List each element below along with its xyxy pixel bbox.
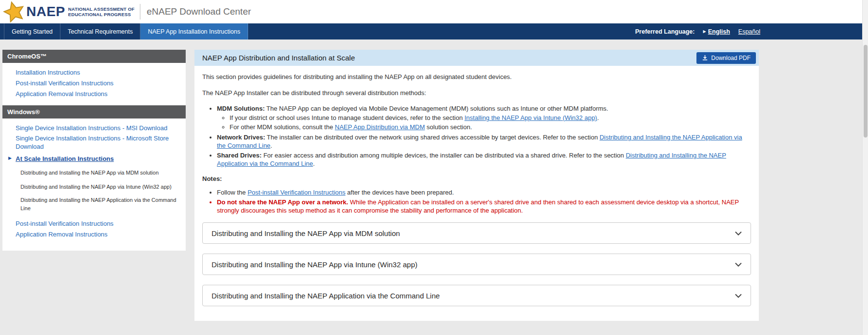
sidebar-item-windows-command-line[interactable]: Distributing and Installing the NAEP App… xyxy=(20,196,179,213)
scrollbar[interactable] xyxy=(862,0,868,335)
accordion-label: Distributing and Installing the NAEP App… xyxy=(212,229,400,237)
top-header: NAEP NATIONAL ASSESSMENT OF EDUCATIONAL … xyxy=(0,0,868,23)
note-text: after the devices have been prepared. xyxy=(346,189,454,196)
app-title: eNAEP Download Center xyxy=(147,6,251,17)
note-text: Follow the xyxy=(217,189,248,196)
list-item-network-drives: Network Drives: The installer can be dis… xyxy=(217,133,751,150)
accordion-command-line[interactable]: Distributing and Installing the NAEP App… xyxy=(202,285,751,306)
sidebar-subitem: Distributing and Installing the NAEP App… xyxy=(20,182,179,191)
sidebar-subitem: Distributing and Installing the NAEP App… xyxy=(20,196,179,213)
sub-text: solution section. xyxy=(425,123,472,131)
list-item-note-verification: Follow the Post-install Verification Ins… xyxy=(217,188,751,197)
chevron-down-icon xyxy=(735,231,742,236)
sidebar-item: Single Device Installation Instructions … xyxy=(16,134,179,151)
main-nav: Getting Started Technical Requirements N… xyxy=(0,23,868,39)
link-post-install-verification[interactable]: Post-install Verification Instructions xyxy=(248,189,346,196)
sub-text: For other MDM solutions, consult the xyxy=(230,123,335,131)
sidebar-item: Post-install Verification Instructions xyxy=(16,219,179,228)
logo-line-2: EDUCATIONAL PROGRESS xyxy=(68,12,135,17)
list-item: If your district or school uses Intune t… xyxy=(230,114,751,122)
sidebar-item-windows-microsoft-store-download[interactable]: Single Device Installation Instructions … xyxy=(16,134,179,151)
sidebar-item: Installation Instructions xyxy=(16,68,179,77)
intro-paragraph-2: The NAEP App Installer can be distribute… xyxy=(202,89,751,98)
sidebar-section-windows: Windows® xyxy=(2,105,186,118)
sidebar-item-windows-mdm-solution[interactable]: Distributing and Installing the NAEP App… xyxy=(20,169,159,177)
accordion-intune-win32[interactable]: Distributing and Installing the NAEP App… xyxy=(202,254,751,275)
sidebar: ChromeOS™ Installation Instructions Post… xyxy=(2,50,186,251)
method-text: For easier access and distribution among… xyxy=(262,152,626,159)
download-pdf-label: Download PDF xyxy=(711,55,751,61)
sidebar-item: Application Removal Instructions xyxy=(16,89,179,98)
logo-line-1: NATIONAL ASSESSMENT OF xyxy=(68,6,135,12)
scrollbar-thumb[interactable] xyxy=(864,45,868,138)
logo-text: NATIONAL ASSESSMENT OF EDUCATIONAL PROGR… xyxy=(68,6,135,17)
sidebar-item-windows-at-scale-installation[interactable]: At Scale Installation Instructions xyxy=(16,155,114,163)
distribution-methods-list: MDM Solutions: The NAEP App can be deplo… xyxy=(202,104,751,168)
list-item-note-warning: Do not share the NAEP App over a network… xyxy=(217,198,751,215)
sidebar-subitem: Distributing and Installing the NAEP App… xyxy=(20,168,179,177)
logo-acronym: NAEP xyxy=(26,4,65,20)
mdm-sub-list: If your district or school uses Intune t… xyxy=(217,114,751,131)
sidebar-item-windows-intune-win32[interactable]: Distributing and Installing the NAEP App… xyxy=(20,183,172,191)
method-text: The installer can be distributed over th… xyxy=(265,134,599,141)
language-link-spanish[interactable]: Español xyxy=(738,28,760,35)
list-item: For other MDM solutions, consult the NAE… xyxy=(230,123,751,131)
tab-technical-requirements[interactable]: Technical Requirements xyxy=(60,23,140,39)
language-link-english[interactable]: English xyxy=(708,28,730,35)
method-text: The NAEP App can be deployed via Mobile … xyxy=(265,105,608,112)
sidebar-item-windows-application-removal[interactable]: Application Removal Instructions xyxy=(16,230,108,238)
page-title: NAEP App Distribution and Installation a… xyxy=(202,54,355,62)
method-lead: Shared Drives: xyxy=(217,152,262,159)
preferred-language-label: Preferred Language: xyxy=(635,28,694,35)
link-naep-app-distribution-via-mdm[interactable]: NAEP App Distribution via MDM xyxy=(335,123,425,131)
sidebar-item-windows-msi-download[interactable]: Single Device Installation Instructions … xyxy=(16,124,167,132)
arrow-right-icon: ▶ xyxy=(703,29,706,34)
header-divider xyxy=(140,4,140,20)
main-panel-header: NAEP App Distribution and Installation a… xyxy=(194,50,759,66)
download-pdf-button[interactable]: Download PDF xyxy=(696,52,756,64)
chevron-down-icon xyxy=(735,262,742,267)
language-switcher: Preferred Language: ▶English Español xyxy=(635,23,868,39)
sidebar-item-windows-post-install-verification[interactable]: Post-install Verification Instructions xyxy=(16,219,114,228)
download-icon xyxy=(702,55,708,61)
accordion-label: Distributing and Installing the NAEP App… xyxy=(212,292,440,300)
page-content: ChromeOS™ Installation Instructions Post… xyxy=(0,39,868,321)
accordion-label: Distributing and Installing the NAEP App… xyxy=(212,260,417,269)
notes-list: Follow the Post-install Verification Ins… xyxy=(202,188,751,215)
warning-lead: Do not share the NAEP App over a network… xyxy=(217,198,348,206)
notes-heading: Notes: xyxy=(202,175,751,183)
arrow-right-icon: ▶ xyxy=(8,156,12,160)
sidebar-item-chromeos-application-removal[interactable]: Application Removal Instructions xyxy=(16,90,108,98)
star-icon xyxy=(3,0,25,23)
sidebar-section-chromeos: ChromeOS™ xyxy=(2,50,186,63)
accordion-mdm-solution[interactable]: Distributing and Installing the NAEP App… xyxy=(202,222,751,244)
tab-getting-started[interactable]: Getting Started xyxy=(4,23,60,39)
method-lead: MDM Solutions: xyxy=(217,105,265,112)
sidebar-list-chromeos: Installation Instructions Post-install V… xyxy=(2,68,186,98)
naep-logo[interactable]: NAEP NATIONAL ASSESSMENT OF EDUCATIONAL … xyxy=(3,1,135,23)
method-text: . xyxy=(270,142,272,149)
link-installing-naep-app-via-intune[interactable]: Installing the NAEP App via Intune (Win3… xyxy=(464,114,597,121)
main-panel: NAEP App Distribution and Installation a… xyxy=(194,50,759,321)
sidebar-item: Single Device Installation Instructions … xyxy=(16,123,179,132)
sidebar-item: Application Removal Instructions xyxy=(16,230,179,238)
main-body: This section provides guidelines for dis… xyxy=(194,66,759,306)
sidebar-list-windows: Single Device Installation Instructions … xyxy=(2,123,186,238)
chevron-down-icon xyxy=(735,294,742,298)
intro-paragraph-1: This section provides guidelines for dis… xyxy=(202,73,751,81)
sub-text: . xyxy=(597,114,599,121)
language-english-wrap: ▶English xyxy=(703,28,730,35)
sidebar-item-active: ▶At Scale Installation Instructions xyxy=(16,154,179,163)
method-text: . xyxy=(313,160,315,167)
sub-text: If your district or school uses Intune t… xyxy=(230,114,464,121)
tab-naep-app-installation-instructions[interactable]: NAEP App Installation Instructions xyxy=(140,23,248,39)
list-item-shared-drives: Shared Drives: For easier access and dis… xyxy=(217,151,751,168)
method-lead: Network Drives: xyxy=(217,134,265,141)
sidebar-item: Post-install Verification Instructions xyxy=(16,79,179,87)
list-item-mdm-solutions: MDM Solutions: The NAEP App can be deplo… xyxy=(217,104,751,131)
sidebar-item-chromeos-post-install-verification[interactable]: Post-install Verification Instructions xyxy=(16,79,114,87)
sidebar-item-chromeos-installation[interactable]: Installation Instructions xyxy=(16,68,80,77)
